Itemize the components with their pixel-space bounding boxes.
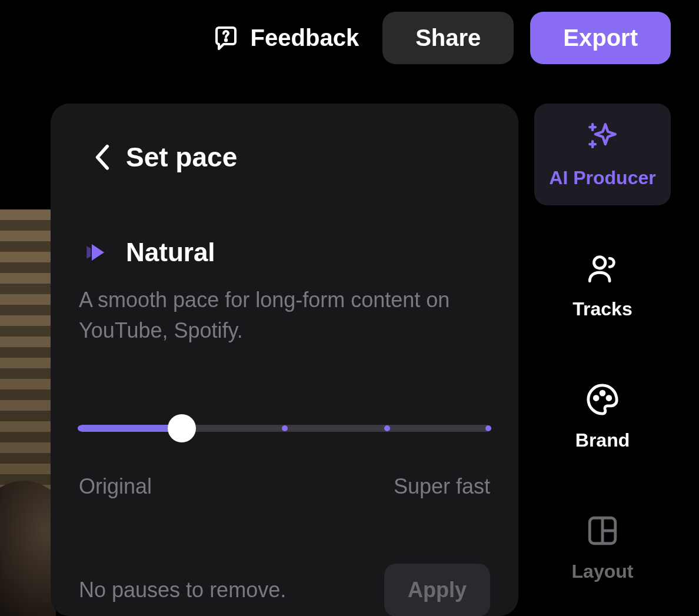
pace-section: Natural A smooth pace for long-form cont… <box>79 238 490 616</box>
back-icon[interactable] <box>94 144 109 170</box>
sidebar-item-label: Layout <box>572 561 634 582</box>
sidebar-item-label: Tracks <box>572 298 632 320</box>
svg-point-0 <box>225 39 226 41</box>
panel-header: Set pace <box>79 141 490 173</box>
slider-tick <box>384 425 390 431</box>
pace-slider[interactable] <box>79 411 490 446</box>
sidebar-item-layout[interactable]: Layout <box>534 497 671 599</box>
slider-max-label: Super fast <box>394 474 490 499</box>
right-sidebar: AI Producer Tracks Brand <box>534 104 671 599</box>
panel-footer: No pauses to remove. Apply <box>79 564 490 616</box>
feedback-button[interactable]: Feedback <box>205 19 367 57</box>
panel-title: Set pace <box>126 141 237 173</box>
play-pace-icon <box>84 240 108 265</box>
slider-min-label: Original <box>79 474 152 499</box>
video-preview-strip <box>0 209 56 616</box>
palette-icon <box>585 382 620 417</box>
slider-tick <box>78 425 84 431</box>
svg-point-2 <box>594 397 598 400</box>
pace-name: Natural <box>126 238 215 267</box>
apply-button[interactable]: Apply <box>384 564 490 616</box>
top-toolbar: Feedback Share Export <box>0 0 699 76</box>
pace-description: A smooth pace for long-form content on Y… <box>79 285 490 346</box>
sidebar-item-ai-producer[interactable]: AI Producer <box>534 104 671 205</box>
question-chat-icon <box>212 24 240 52</box>
pace-status-text: No pauses to remove. <box>79 578 286 602</box>
sidebar-item-brand[interactable]: Brand <box>534 366 671 468</box>
sidebar-item-tracks[interactable]: Tracks <box>534 235 671 337</box>
layout-icon <box>585 514 620 548</box>
pace-header: Natural <box>79 238 490 267</box>
svg-point-1 <box>594 257 605 268</box>
share-button[interactable]: Share <box>382 12 514 64</box>
sidebar-item-label: Brand <box>575 429 630 451</box>
slider-tick <box>282 425 288 431</box>
slider-tick <box>485 425 491 431</box>
people-icon <box>585 251 620 285</box>
export-button[interactable]: Export <box>530 12 671 64</box>
slider-labels: Original Super fast <box>79 474 490 499</box>
feedback-label: Feedback <box>251 25 360 51</box>
slider-fill <box>79 425 182 432</box>
svg-point-4 <box>607 397 611 400</box>
set-pace-panel: Set pace Natural A smooth pace for long-… <box>51 104 518 616</box>
sparkles-icon <box>585 120 620 154</box>
sidebar-item-label: AI Producer <box>549 167 655 189</box>
svg-point-3 <box>601 391 604 395</box>
slider-thumb[interactable] <box>168 414 196 442</box>
